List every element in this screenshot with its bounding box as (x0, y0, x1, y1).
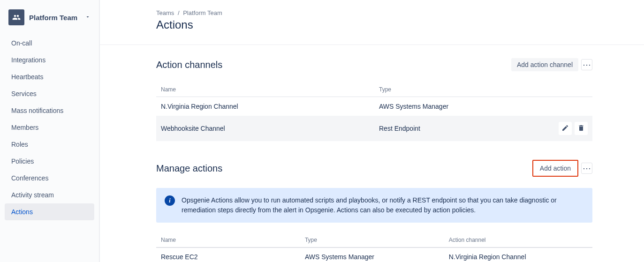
delete-button[interactable] (575, 122, 588, 135)
info-text: Opsgenie Actions allow you to run automa… (182, 195, 584, 215)
table-row[interactable]: Webhooksite Channel Rest Endpoint (156, 116, 592, 141)
team-icon (8, 9, 24, 25)
team-selector[interactable]: Platform Team (0, 9, 99, 35)
table-row[interactable]: Rescue EC2 AWS Systems Manager N.Virgini… (156, 247, 592, 262)
pencil-icon (561, 124, 569, 133)
column-header-type: Type (300, 233, 444, 247)
add-action-button[interactable]: Add action (534, 163, 576, 174)
sidebar-item-members[interactable]: Members (5, 119, 94, 136)
sidebar-item-actions[interactable]: Actions (5, 203, 94, 220)
sidebar-item-heartbeats[interactable]: Heartbeats (5, 68, 94, 85)
table-row[interactable]: N.Virginia Region Channel AWS Systems Ma… (156, 97, 592, 116)
column-header-type: Type (374, 82, 550, 97)
info-banner: i Opsgenie Actions allow you to run auto… (156, 188, 592, 223)
chevron-down-icon (85, 14, 91, 21)
manage-actions-section: Manage actions Add action ⋯ i Opsgenie A… (156, 160, 592, 262)
add-action-channel-button[interactable]: Add action channel (511, 58, 578, 71)
channel-name: Webhooksite Channel (156, 116, 374, 141)
action-channels-section: Action channels Add action channel ⋯ Nam… (156, 58, 592, 141)
sidebar-item-on-call[interactable]: On-call (5, 35, 94, 52)
sidebar-item-policies[interactable]: Policies (5, 153, 94, 170)
breadcrumb-separator: / (178, 9, 180, 16)
sidebar-item-roles[interactable]: Roles (5, 136, 94, 153)
actions-table: Name Type Action channel Rescue EC2 AWS … (156, 233, 592, 262)
sidebar-item-integrations[interactable]: Integrations (5, 52, 94, 68)
more-options-button[interactable]: ⋯ (581, 59, 592, 70)
sidebar-item-mass-notifications[interactable]: Mass notifications (5, 102, 94, 119)
column-header-channel: Action channel (444, 233, 592, 247)
sidebar-item-services[interactable]: Services (5, 85, 94, 102)
action-type: AWS Systems Manager (300, 247, 444, 262)
more-options-button[interactable]: ⋯ (581, 163, 592, 174)
highlight-add-action: Add action (532, 160, 578, 177)
sidebar-item-activity-stream[interactable]: Activity stream (5, 187, 94, 203)
page-title: Actions (156, 18, 592, 31)
channels-table: Name Type N.Virginia Region Channel AWS … (156, 82, 592, 141)
nav-list: On-call Integrations Heartbeats Services… (0, 35, 99, 220)
main-content: Teams / Platform Team Actions Action cha… (100, 0, 644, 262)
info-icon: i (165, 195, 175, 206)
column-header-name: Name (156, 82, 374, 97)
channel-type: Rest Endpoint (374, 116, 550, 141)
section-title-actions: Manage actions (156, 163, 222, 174)
channel-name: N.Virginia Region Channel (156, 97, 374, 116)
trash-icon (577, 124, 585, 133)
team-name: Platform Team (29, 14, 80, 22)
section-title-channels: Action channels (156, 60, 222, 70)
sidebar: Platform Team On-call Integrations Heart… (0, 0, 100, 262)
column-header-name: Name (156, 233, 300, 247)
breadcrumb-current[interactable]: Platform Team (183, 9, 222, 16)
breadcrumb: Teams / Platform Team (156, 9, 592, 16)
edit-button[interactable] (559, 122, 572, 135)
sidebar-item-conferences[interactable]: Conferences (5, 170, 94, 187)
action-channel: N.Virginia Region Channel (444, 247, 592, 262)
breadcrumb-root[interactable]: Teams (156, 9, 174, 16)
divider (100, 45, 644, 45)
action-name: Rescue EC2 (156, 247, 300, 262)
channel-type: AWS Systems Manager (374, 97, 550, 116)
